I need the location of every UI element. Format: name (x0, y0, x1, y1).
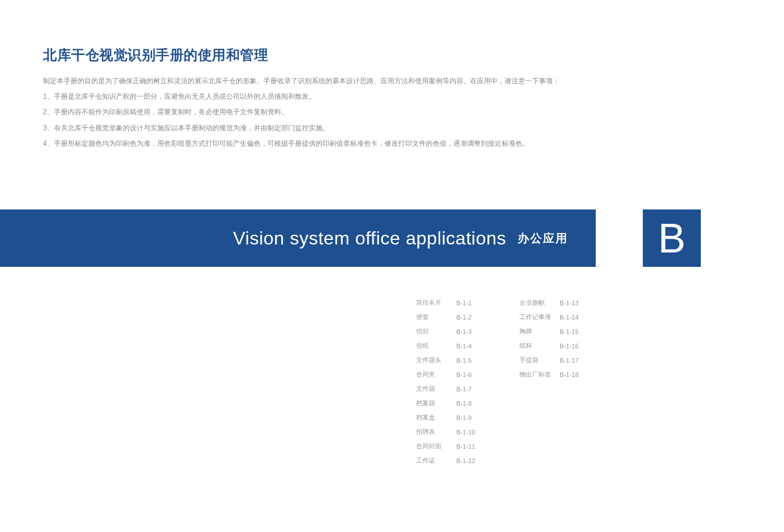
toc-column-2: 企业旗帜B-1-13工作记事簿B-1-14胸牌B-1-15纸杯B-1-16手提袋… (519, 298, 591, 471)
toc-item-code: B-1-17 (560, 357, 591, 364)
toc-item-code: B-1-12 (456, 457, 488, 464)
toc-row: 宣传名片B-1-1 (416, 298, 488, 307)
toc-item-name: 档案袋 (416, 399, 456, 407)
toc-item-code: B-1-13 (560, 300, 591, 306)
toc-row: 档案袋B-1-8 (416, 399, 488, 407)
toc-row: 手提袋B-1-17 (519, 356, 591, 364)
rule-item: 2、手册内容不能作为印刷原稿使用，需要复制时，务必使用电子文件复制资料。 (43, 107, 741, 118)
toc-item-name: 便签 (416, 313, 456, 321)
toc-row: 工作记事簿B-1-14 (519, 313, 591, 321)
toc-item-code: B-1-9 (456, 414, 488, 421)
toc-item-name: 合同夹 (416, 370, 456, 379)
toc-row: 信封B-1-3 (416, 327, 488, 336)
toc-item-name: 文件袋 (416, 385, 456, 393)
top-section: 北库干仓视觉识别手册的使用和管理 制定本手册的目的是为了确保正确的树立和灵活的展… (0, 0, 784, 149)
toc-item-code: B-1-8 (456, 400, 488, 407)
toc-row: 信纸B-1-4 (416, 341, 488, 350)
rule-item: 1、手册是北库干仓知识产权的一部分，应避免向无关人员或公司以外的人员借阅和散发。 (43, 91, 741, 102)
toc-row: 工作证B-1-12 (416, 456, 488, 465)
toc-row: 档案盒B-1-9 (416, 413, 488, 422)
toc-item-name: 工作证 (416, 456, 456, 465)
section-letter-block: B (643, 209, 701, 267)
toc-item-code: B-1-14 (560, 314, 591, 321)
rule-item: 3、有关北库干仓视觉形象的设计与实施应以本手册制动的规范为准，并由制定部门监控实… (43, 123, 741, 134)
toc-item-name: 招聘表 (416, 428, 456, 436)
toc-item-name: 手提袋 (519, 356, 560, 364)
toc-item-name: 宣传名片 (416, 298, 456, 307)
toc-row: 文件袋B-1-7 (416, 385, 488, 393)
toc-row: 胸牌B-1-15 (519, 327, 591, 336)
toc-row: 招聘表B-1-10 (416, 428, 488, 436)
toc-item-code: B-1-15 (560, 328, 591, 335)
toc-item-code: B-1-1 (456, 300, 488, 306)
section-letter: B (658, 218, 685, 259)
toc-item-name: 信纸 (416, 341, 456, 350)
toc-item-name: 档案盒 (416, 413, 456, 422)
toc-column-1: 宣传名片B-1-1便签B-1-2信封B-1-3信纸B-1-4文件题头B-1-5合… (416, 298, 488, 471)
rules-list: 1、手册是北库干仓知识产权的一部分，应避免向无关人员或公司以外的人员借阅和散发。… (43, 91, 741, 149)
toc-item-name: 企业旗帜 (519, 298, 560, 307)
toc-item-code: B-1-3 (456, 328, 488, 335)
toc-item-name: 工作记事簿 (519, 313, 560, 321)
toc-item-name: 胸牌 (519, 327, 560, 336)
toc-item-code: B-1-10 (456, 429, 488, 436)
toc-row: 文件题头B-1-5 (416, 356, 488, 364)
toc-item-code: B-1-18 (560, 371, 591, 378)
toc-row: 便签B-1-2 (416, 313, 488, 321)
toc-item-code: B-1-16 (560, 343, 591, 350)
section-banner: Vision system office applications 办公应用 (0, 209, 596, 267)
toc-item-code: B-1-6 (456, 371, 488, 378)
toc-item-name: 文件题头 (416, 356, 456, 364)
toc-row: 纸杯B-1-16 (519, 341, 591, 350)
toc-item-code: B-1-5 (456, 357, 488, 364)
toc-row: 合同封面B-1-11 (416, 442, 488, 451)
banner-english-title: Vision system office applications (233, 228, 506, 249)
rule-item: 4、手册所标定颜色均为印刷色为准，用色彩喷墨方式打印可能产生偏色，可根据手册提供… (43, 138, 741, 149)
toc-item-name: 信封 (416, 327, 456, 336)
banner-chinese-title: 办公应用 (518, 231, 568, 246)
toc-item-code: B-1-2 (456, 314, 488, 321)
toc-item-code: B-1-4 (456, 343, 488, 350)
toc-row: 企业旗帜B-1-13 (519, 298, 591, 307)
page-title: 北库干仓视觉识别手册的使用和管理 (43, 46, 741, 64)
toc-item-name: 纸杯 (519, 341, 560, 350)
toc-item-code: B-1-7 (456, 386, 488, 393)
intro-text: 制定本手册的目的是为了确保正确的树立和灵活的展示北库干仓的形象。手册收录了识别系… (43, 76, 741, 87)
toc-row: 物出厂标签B-1-18 (519, 370, 591, 379)
toc-row: 合同夹B-1-6 (416, 370, 488, 379)
table-of-contents: 宣传名片B-1-1便签B-1-2信封B-1-3信纸B-1-4文件题头B-1-5合… (416, 298, 591, 471)
toc-item-code: B-1-11 (456, 443, 488, 450)
toc-item-name: 合同封面 (416, 442, 456, 451)
toc-item-name: 物出厂标签 (519, 370, 560, 379)
